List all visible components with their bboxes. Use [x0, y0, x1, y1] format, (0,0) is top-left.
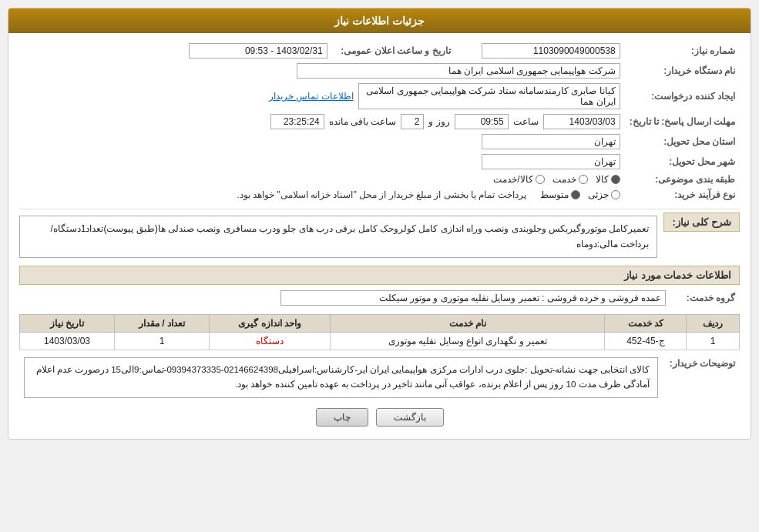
radio-jozi: جزئی: [588, 189, 620, 200]
tosihKheridar-value: کالای انتخابی جهت نشانه-تحویل :جلوی درب …: [24, 357, 658, 398]
bottom-buttons: بازگشت چاپ: [19, 408, 740, 427]
th-tedad: تعداد / مقدار: [115, 314, 210, 332]
cell-tedad: 1: [115, 332, 210, 350]
sharhKolliNiaz-label: شرح کلی نیاز:: [663, 212, 740, 232]
shahr-label: شهر محل تحویل:: [625, 152, 740, 172]
th-radif: ردیف: [687, 314, 740, 332]
radio-kala-khedmat-circle: [536, 175, 545, 184]
khedmat-label: خدمت: [552, 174, 576, 185]
mohlatErsalPasakh-label: مهلت ارسال پاسخ: تا تاریخ:: [625, 112, 740, 132]
shomareNiaz-value: 1103090049000538: [482, 43, 620, 59]
print-button[interactable]: چاپ: [316, 408, 368, 427]
baqiMande-value: 23:25:24: [270, 114, 324, 129]
farayand-note: پرداخت تمام یا بخشی از مبلغ خریدار از مح…: [237, 189, 526, 200]
back-button[interactable]: بازگشت: [376, 408, 444, 427]
rooz-label: روز و: [428, 116, 449, 127]
groupeKhedmat-value: عمده فروشی و خرده فروشی : تعمیر وسایل نق…: [280, 290, 666, 306]
shahr-value: تهران: [482, 154, 620, 169]
ostan-label: استان محل تحویل:: [625, 132, 740, 152]
rooz-value: 2: [401, 114, 424, 129]
ettelaatTamas-link[interactable]: اطلاعات تماس خریدار: [269, 91, 354, 102]
th-namKhedmat: نام خدمت: [331, 314, 605, 332]
etttelaatKhadamat-title: اطلاعات خدمات مورد نیاز: [19, 266, 740, 285]
cell-namKhedmat: تعمیر و نگهداری انواع وسایل نقلیه موتوری: [331, 332, 605, 350]
ijadKonande-value: کیانا صابری کارمندسامانه ستاد شرکت هواپی…: [358, 83, 620, 109]
noeFarayand-label: نوع فرآیند خرید:: [625, 187, 740, 202]
radio-kala: کالا: [596, 174, 620, 185]
radio-jozi-circle: [611, 190, 620, 199]
tarikh-value: 1403/03/03: [543, 114, 620, 129]
saat-value: 09:55: [455, 114, 509, 129]
tarikhoSaat-value: 1403/02/31 - 09:53: [189, 43, 327, 59]
shomareNiaz-label: شماره نیاز:: [625, 41, 740, 61]
page-title: جزئیات اطلاعات نیاز: [8, 8, 751, 33]
cell-radif: 1: [687, 332, 740, 350]
radio-kala-circle: [611, 175, 620, 184]
tosihKheridar-label: توضیحات خریدار:: [663, 355, 740, 400]
namDastgah-value: شرکت هواپیمایی جمهوری اسلامی ایران هما: [297, 63, 620, 79]
cell-vahed: دستگاه: [209, 332, 330, 350]
kala-label: کالا: [596, 174, 609, 185]
radio-mottaset: متوسط: [540, 189, 580, 200]
service-table: ردیف کد خدمت نام خدمت واحد اندازه گیری ت…: [19, 314, 740, 350]
radio-khedmat: خدمت: [552, 174, 588, 185]
th-kodKhedmat: کد خدمت: [605, 314, 687, 332]
table-row: 1 ج-45-452 تعمیر و نگهداری انواع وسایل ن…: [20, 332, 740, 350]
tabaghabandi-label: طبقه بندی موضوعی:: [625, 172, 740, 187]
radio-mottaset-circle: [571, 190, 580, 199]
radio-kala-khedmat: کالا/خدمت: [493, 174, 544, 185]
kala-khedmat-label: کالا/خدمت: [493, 174, 532, 185]
ijadKonande-label: ایجاد کننده درخواست:: [625, 81, 740, 112]
saat-label: ساعت: [513, 116, 539, 127]
radio-khedmat-circle: [579, 175, 588, 184]
groupeKhedmat-label: گروه خدمت:: [670, 288, 740, 308]
tarikhoSaatElan-label: تاریخ و ساعت اعلان عمومی:: [332, 41, 455, 61]
mottaset-label: متوسط: [540, 189, 569, 200]
sharhKolliNiaz-value: تعمیرکامل موتوروگیربکس وجلوبندی ونصب ورا…: [19, 216, 657, 258]
th-vahed: واحد اندازه گیری: [209, 314, 330, 332]
namDastgah-label: نام دستگاه خریدار:: [625, 61, 740, 81]
th-tarikh: تاریخ نیاز: [20, 314, 115, 332]
baqiMande-label: ساعت باقی مانده: [329, 116, 397, 127]
cell-tarikh: 1403/03/03: [20, 332, 115, 350]
jozi-label: جزئی: [588, 189, 609, 200]
ostan-value: تهران: [482, 134, 620, 149]
cell-kodKhedmat: ج-45-452: [605, 332, 687, 350]
